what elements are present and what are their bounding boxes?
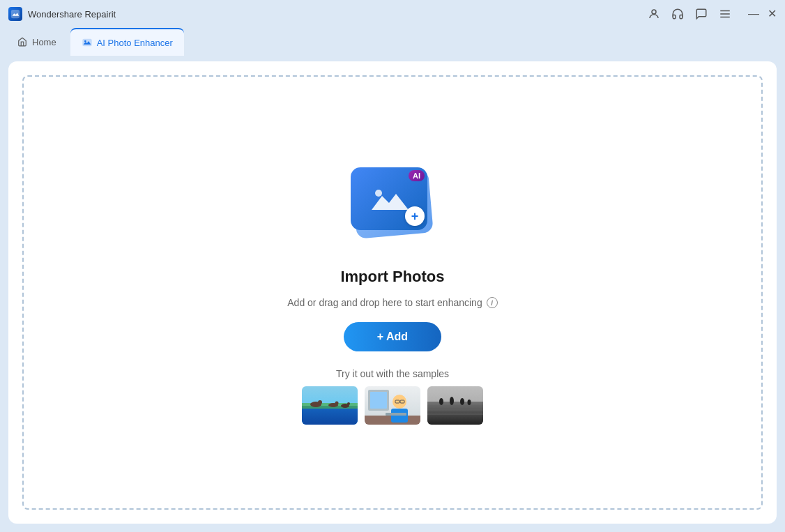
svg-point-12 (318, 400, 322, 404)
svg-point-14 (335, 402, 339, 405)
svg-point-1 (652, 10, 656, 14)
title-bar-left: Wondershare Repairit (8, 7, 116, 21)
tab-bar: Home AI Photo Enhancer (0, 28, 785, 56)
svg-point-33 (460, 398, 464, 405)
tab-ai-photo-enhancer-label: AI Photo Enhancer (97, 38, 173, 48)
svg-point-7 (375, 190, 382, 197)
window-controls: — ✕ (748, 8, 777, 20)
tab-home[interactable]: Home (6, 28, 68, 56)
ai-badge: AI (409, 170, 425, 181)
ai-photo-icon: AI + (347, 160, 438, 251)
close-button[interactable]: ✕ (768, 8, 777, 20)
import-title: Import Photos (340, 268, 444, 286)
menu-icon[interactable] (719, 8, 731, 20)
chat-icon[interactable] (695, 8, 708, 20)
home-icon (17, 36, 28, 47)
samples-label: Try it out with the samples (336, 368, 449, 379)
tab-ai-photo-enhancer[interactable]: AI Photo Enhancer (70, 28, 184, 56)
samples-section: Try it out with the samples (302, 368, 483, 425)
minimize-button[interactable]: — (748, 8, 759, 20)
drop-zone[interactable]: AI + Import Photos Add or drag and drop … (22, 75, 763, 510)
app-icon (8, 7, 22, 21)
svg-rect-5 (82, 39, 91, 47)
headphones-icon[interactable] (671, 8, 684, 20)
svg-point-34 (468, 400, 471, 405)
info-icon[interactable]: i (487, 297, 498, 308)
sample-image-3[interactable] (427, 386, 483, 425)
svg-rect-25 (386, 413, 406, 416)
svg-rect-19 (370, 392, 387, 409)
svg-point-32 (450, 397, 454, 405)
icon-front: AI + (351, 167, 427, 230)
svg-rect-27 (427, 402, 483, 425)
title-bar: Wondershare Repairit (0, 0, 785, 28)
sample-image-2[interactable] (365, 386, 420, 425)
ai-photo-enhancer-tab-icon (82, 37, 93, 48)
content-card: AI + Import Photos Add or drag and drop … (8, 61, 777, 524)
samples-row (302, 386, 483, 425)
import-subtitle: Add or drag and drop here to start enhan… (287, 297, 497, 308)
svg-point-6 (84, 40, 86, 43)
svg-rect-0 (11, 10, 20, 18)
svg-point-16 (347, 402, 350, 405)
add-badge: + (405, 206, 425, 226)
app-title: Wondershare Repairit (28, 9, 116, 20)
title-bar-right: — ✕ (648, 8, 777, 20)
user-icon[interactable] (648, 8, 660, 20)
svg-rect-9 (302, 406, 358, 425)
tab-home-label: Home (32, 37, 56, 47)
svg-point-31 (439, 398, 443, 405)
sample-image-1[interactable] (302, 386, 358, 425)
main-content: AI + Import Photos Add or drag and drop … (0, 56, 785, 532)
add-button[interactable]: + Add (344, 322, 441, 351)
